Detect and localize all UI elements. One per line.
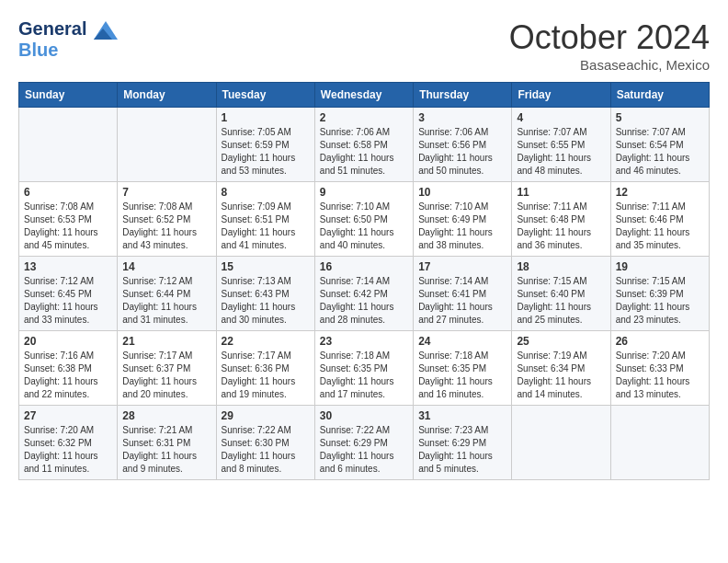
day-number: 28: [122, 409, 210, 422]
day-number: 16: [320, 260, 408, 273]
calendar-cell: 1Sunrise: 7:05 AMSunset: 6:59 PMDaylight…: [216, 108, 314, 182]
day-detail: Sunrise: 7:14 AMSunset: 6:42 PMDaylight:…: [320, 275, 408, 327]
day-number: 30: [320, 409, 408, 422]
weekday-header-friday: Friday: [512, 83, 610, 108]
logo: General Blue: [18, 18, 118, 60]
calendar-cell: 22Sunrise: 7:17 AMSunset: 6:36 PMDayligh…: [216, 331, 314, 406]
day-detail: Sunrise: 7:19 AMSunset: 6:34 PMDaylight:…: [517, 350, 605, 401]
calendar-table: SundayMondayTuesdayWednesdayThursdayFrid…: [18, 82, 710, 480]
day-number: 24: [418, 335, 506, 348]
day-number: 2: [320, 111, 408, 124]
day-detail: Sunrise: 7:10 AMSunset: 6:49 PMDaylight:…: [418, 201, 506, 252]
calendar-cell: 11Sunrise: 7:11 AMSunset: 6:48 PMDayligh…: [512, 182, 610, 257]
day-number: 19: [616, 260, 704, 273]
day-number: 25: [517, 335, 605, 348]
calendar-cell: 28Sunrise: 7:21 AMSunset: 6:31 PMDayligh…: [118, 406, 216, 480]
day-detail: Sunrise: 7:08 AMSunset: 6:53 PMDaylight:…: [24, 201, 112, 252]
day-number: 27: [24, 409, 112, 422]
day-number: 8: [222, 186, 310, 199]
page-header: General Blue October 2024 Basaseachic, M…: [18, 18, 710, 73]
day-number: 17: [418, 260, 506, 273]
calendar-cell: 15Sunrise: 7:13 AMSunset: 6:43 PMDayligh…: [216, 257, 314, 331]
weekday-header-sunday: Sunday: [19, 83, 118, 108]
calendar-cell: 25Sunrise: 7:19 AMSunset: 6:34 PMDayligh…: [512, 331, 610, 406]
calendar-cell: 20Sunrise: 7:16 AMSunset: 6:38 PMDayligh…: [19, 331, 118, 406]
day-number: 29: [222, 409, 310, 422]
calendar-cell: [512, 406, 610, 480]
calendar-cell: 4Sunrise: 7:07 AMSunset: 6:55 PMDaylight…: [512, 108, 610, 182]
weekday-header-thursday: Thursday: [414, 83, 512, 108]
day-number: 9: [320, 186, 408, 199]
calendar-cell: 2Sunrise: 7:06 AMSunset: 6:58 PMDaylight…: [314, 108, 413, 182]
day-number: 13: [24, 260, 112, 273]
day-detail: Sunrise: 7:15 AMSunset: 6:40 PMDaylight:…: [517, 275, 605, 327]
calendar-cell: 3Sunrise: 7:06 AMSunset: 6:56 PMDaylight…: [414, 108, 512, 182]
calendar-cell: 27Sunrise: 7:20 AMSunset: 6:32 PMDayligh…: [19, 406, 118, 480]
calendar-cell: [610, 406, 709, 480]
day-number: 15: [222, 260, 310, 273]
calendar-cell: 23Sunrise: 7:18 AMSunset: 6:35 PMDayligh…: [314, 331, 413, 406]
day-detail: Sunrise: 7:18 AMSunset: 6:35 PMDaylight:…: [320, 350, 408, 401]
day-detail: Sunrise: 7:20 AMSunset: 6:32 PMDaylight:…: [24, 424, 112, 476]
day-detail: Sunrise: 7:11 AMSunset: 6:46 PMDaylight:…: [616, 201, 704, 252]
day-detail: Sunrise: 7:22 AMSunset: 6:30 PMDaylight:…: [222, 424, 310, 476]
calendar-cell: 26Sunrise: 7:20 AMSunset: 6:33 PMDayligh…: [610, 331, 709, 406]
title-block: October 2024 Basaseachic, Mexico: [509, 18, 710, 73]
day-detail: Sunrise: 7:20 AMSunset: 6:33 PMDaylight:…: [616, 350, 704, 401]
day-detail: Sunrise: 7:12 AMSunset: 6:44 PMDaylight:…: [122, 275, 210, 327]
day-number: 4: [517, 111, 605, 124]
calendar-cell: 6Sunrise: 7:08 AMSunset: 6:53 PMDaylight…: [19, 182, 118, 257]
day-detail: Sunrise: 7:06 AMSunset: 6:56 PMDaylight:…: [418, 126, 506, 178]
day-detail: Sunrise: 7:15 AMSunset: 6:39 PMDaylight:…: [616, 275, 704, 327]
day-detail: Sunrise: 7:16 AMSunset: 6:38 PMDaylight:…: [24, 350, 112, 401]
calendar-cell: 24Sunrise: 7:18 AMSunset: 6:35 PMDayligh…: [414, 331, 512, 406]
calendar-cell: 8Sunrise: 7:09 AMSunset: 6:51 PMDaylight…: [216, 182, 314, 257]
day-number: 26: [616, 335, 704, 348]
day-detail: Sunrise: 7:07 AMSunset: 6:55 PMDaylight:…: [517, 126, 605, 178]
weekday-header-tuesday: Tuesday: [216, 83, 314, 108]
day-number: 23: [320, 335, 408, 348]
day-detail: Sunrise: 7:18 AMSunset: 6:35 PMDaylight:…: [418, 350, 506, 401]
calendar-cell: 17Sunrise: 7:14 AMSunset: 6:41 PMDayligh…: [414, 257, 512, 331]
location: Basaseachic, Mexico: [509, 57, 710, 73]
day-number: 5: [616, 111, 704, 124]
calendar-cell: 30Sunrise: 7:22 AMSunset: 6:29 PMDayligh…: [314, 406, 413, 480]
calendar-cell: 29Sunrise: 7:22 AMSunset: 6:30 PMDayligh…: [216, 406, 314, 480]
weekday-header-saturday: Saturday: [610, 83, 709, 108]
day-detail: Sunrise: 7:10 AMSunset: 6:50 PMDaylight:…: [320, 201, 408, 252]
day-number: 1: [222, 111, 310, 124]
calendar-cell: 16Sunrise: 7:14 AMSunset: 6:42 PMDayligh…: [314, 257, 413, 331]
day-detail: Sunrise: 7:14 AMSunset: 6:41 PMDaylight:…: [418, 275, 506, 327]
day-detail: Sunrise: 7:21 AMSunset: 6:31 PMDaylight:…: [122, 424, 210, 476]
calendar-cell: 21Sunrise: 7:17 AMSunset: 6:37 PMDayligh…: [118, 331, 216, 406]
day-detail: Sunrise: 7:17 AMSunset: 6:36 PMDaylight:…: [222, 350, 310, 401]
day-number: 21: [122, 335, 210, 348]
logo-blue: Blue: [18, 40, 118, 60]
calendar-cell: 13Sunrise: 7:12 AMSunset: 6:45 PMDayligh…: [19, 257, 118, 331]
logo-icon: [94, 21, 118, 40]
month-title: October 2024: [509, 18, 710, 57]
calendar-cell: [118, 108, 216, 182]
weekday-header-wednesday: Wednesday: [314, 83, 413, 108]
day-detail: Sunrise: 7:09 AMSunset: 6:51 PMDaylight:…: [222, 201, 310, 252]
day-number: 18: [517, 260, 605, 273]
day-detail: Sunrise: 7:07 AMSunset: 6:54 PMDaylight:…: [616, 126, 704, 178]
day-detail: Sunrise: 7:23 AMSunset: 6:29 PMDaylight:…: [418, 424, 506, 476]
calendar-cell: 10Sunrise: 7:10 AMSunset: 6:49 PMDayligh…: [414, 182, 512, 257]
day-number: 3: [418, 111, 506, 124]
day-number: 14: [122, 260, 210, 273]
day-number: 6: [24, 186, 112, 199]
day-detail: Sunrise: 7:13 AMSunset: 6:43 PMDaylight:…: [222, 275, 310, 327]
day-detail: Sunrise: 7:11 AMSunset: 6:48 PMDaylight:…: [517, 201, 605, 252]
day-number: 22: [222, 335, 310, 348]
day-number: 10: [418, 186, 506, 199]
day-number: 7: [122, 186, 210, 199]
calendar-cell: 7Sunrise: 7:08 AMSunset: 6:52 PMDaylight…: [118, 182, 216, 257]
calendar-cell: 9Sunrise: 7:10 AMSunset: 6:50 PMDaylight…: [314, 182, 413, 257]
calendar-cell: 14Sunrise: 7:12 AMSunset: 6:44 PMDayligh…: [118, 257, 216, 331]
day-detail: Sunrise: 7:08 AMSunset: 6:52 PMDaylight:…: [122, 201, 210, 252]
day-detail: Sunrise: 7:22 AMSunset: 6:29 PMDaylight:…: [320, 424, 408, 476]
day-detail: Sunrise: 7:12 AMSunset: 6:45 PMDaylight:…: [24, 275, 112, 327]
calendar-cell: [19, 108, 118, 182]
day-detail: Sunrise: 7:05 AMSunset: 6:59 PMDaylight:…: [222, 126, 310, 178]
